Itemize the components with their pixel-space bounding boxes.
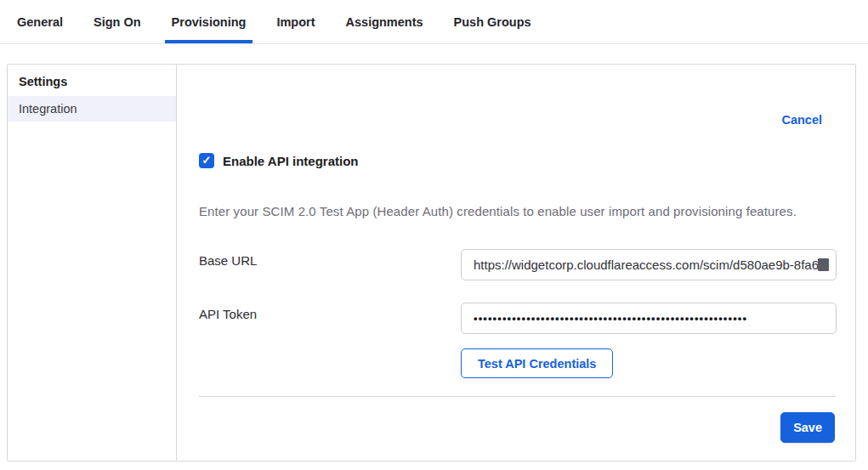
api-token-input[interactable]: ••••••••••••••••••••••••••••••••••••••••… [461, 303, 837, 334]
app-tab-bar: General Sign On Provisioning Import Assi… [0, 0, 868, 44]
api-token-label: API Token [199, 307, 257, 321]
credentials-description: Enter your SCIM 2.0 Test App (Header Aut… [199, 204, 830, 218]
tab-import[interactable]: Import [269, 0, 321, 43]
enable-api-integration-checkbox[interactable]: ✓ [199, 153, 214, 168]
base-url-input[interactable]: https://widgetcorp.cloudflareaccess.com/… [461, 249, 837, 280]
provisioning-panel: Settings Integration Cancel ✓ Enable API… [7, 64, 856, 462]
integration-settings-content: Cancel ✓ Enable API integration Enter yo… [177, 65, 855, 461]
footer-divider [199, 396, 836, 397]
sidebar-item-integration[interactable]: Integration [8, 96, 176, 122]
text-overflow-cursor [818, 258, 829, 271]
save-button[interactable]: Save [780, 412, 835, 443]
enable-api-integration-label: Enable API integration [223, 154, 358, 168]
tab-provisioning[interactable]: Provisioning [165, 0, 253, 43]
base-url-label: Base URL [199, 253, 257, 268]
tab-general[interactable]: General [10, 0, 70, 43]
tab-sign-on[interactable]: Sign On [87, 0, 148, 43]
tab-push-groups[interactable]: Push Groups [447, 0, 538, 43]
sidebar-header: Settings [8, 65, 176, 96]
api-token-masked-value: ••••••••••••••••••••••••••••••••••••••••… [474, 312, 747, 325]
test-api-credentials-button[interactable]: Test API Credentials [461, 348, 613, 378]
cancel-button[interactable]: Cancel [781, 113, 822, 127]
tab-assignments[interactable]: Assignments [339, 0, 430, 43]
enable-api-integration-row: ✓ Enable API integration [199, 153, 358, 168]
settings-sidebar: Settings Integration [8, 65, 177, 461]
base-url-value: https://widgetcorp.cloudflareaccess.com/… [474, 258, 819, 272]
